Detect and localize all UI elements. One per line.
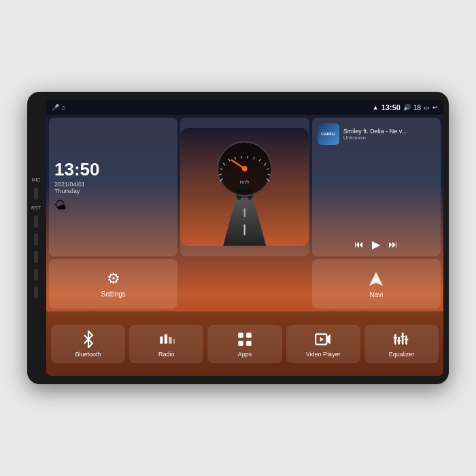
equalizer-label: Equalizer [389, 351, 415, 358]
svg-line-11 [220, 169, 223, 169]
speedometer-svg: km/h [180, 118, 309, 256]
svg-rect-34 [246, 341, 252, 346]
svg-rect-32 [246, 333, 252, 338]
clock-day: Thursday [54, 188, 172, 194]
prev-button[interactable]: ⏮ [354, 239, 364, 250]
main-screen: 🎤 ⌂ ▲ 13:50 🔊 18 ▭ ↩ 13:50 2021/04/01 [46, 100, 443, 376]
main-grid: 13:50 2021/04/01 Thursday 🌤 [46, 115, 443, 311]
wifi-icon: ▲ [373, 104, 379, 111]
screen: 🎤 ⌂ ▲ 13:50 🔊 18 ▭ ↩ 13:50 2021/04/01 [46, 100, 443, 376]
app-bar: Bluetooth Radio [46, 311, 443, 376]
apps-app[interactable]: Apps [207, 325, 282, 363]
svg-line-14 [235, 157, 236, 160]
svg-point-7 [248, 196, 252, 200]
navi-label: Navi [369, 291, 383, 299]
back-icon[interactable]: ↩ [432, 104, 438, 111]
bluetooth-label: Bluetooth [75, 351, 101, 358]
navi-button[interactable]: Navi [312, 259, 441, 309]
radio-icon [158, 330, 175, 348]
svg-point-24 [242, 166, 248, 171]
car-unit: MIC RST 🎤 ⌂ ▲ 13:50 🔊 18 ▭ ↩ [27, 92, 449, 384]
music-widget: CARFU Smiley ft. Delia - Ne v... Unknown… [312, 118, 441, 256]
side-button-5[interactable] [34, 269, 38, 281]
rst-label: RST [31, 205, 41, 210]
svg-marker-26 [369, 272, 383, 286]
side-buttons: MIC RST [31, 177, 41, 299]
settings-button[interactable]: ⚙ Settings [49, 259, 177, 309]
clock-time: 13:50 [54, 160, 172, 178]
music-controls: ⏮ ▶ ⏭ [318, 238, 435, 251]
svg-rect-31 [238, 333, 243, 338]
apps-icon [236, 330, 254, 348]
mic-label: MIC [32, 177, 41, 182]
svg-line-20 [267, 169, 269, 169]
bluetooth-app[interactable]: Bluetooth [51, 325, 125, 363]
side-button-6[interactable] [34, 286, 38, 299]
equalizer-app[interactable]: Equalizer [364, 325, 439, 363]
svg-rect-30 [173, 338, 175, 343]
home-icon: ⌂ [62, 104, 65, 111]
logo-text: CARFU [321, 132, 335, 136]
music-app-logo: CARFU [318, 123, 339, 145]
volume-icon: 🔊 [403, 104, 411, 111]
svg-rect-29 [169, 337, 171, 343]
video-icon [314, 330, 332, 348]
next-button[interactable]: ⏭ [388, 239, 398, 250]
music-artist: Unknown [343, 135, 435, 141]
weather-icon: 🌤 [54, 199, 172, 213]
music-info: CARFU Smiley ft. Delia - Ne v... Unknown [318, 123, 435, 145]
bluetooth-icon [80, 330, 97, 348]
apps-label: Apps [238, 351, 252, 358]
svg-rect-28 [165, 334, 167, 343]
music-title: Smiley ft. Delia - Ne v... [343, 128, 435, 135]
equalizer-icon [392, 330, 410, 348]
svg-rect-27 [160, 336, 163, 343]
svg-point-6 [237, 196, 241, 200]
clock-date: 2021/04/01 [54, 181, 172, 188]
signal-icon: ▭ [424, 104, 430, 111]
settings-label: Settings [101, 290, 126, 298]
play-button[interactable]: ▶ [372, 238, 380, 251]
status-left: 🎤 ⌂ [52, 104, 65, 111]
video-player-label: Video Player [306, 351, 341, 358]
radio-label: Radio [158, 351, 175, 358]
center-spacer [180, 259, 309, 309]
status-right: ▲ 13:50 🔊 18 ▭ ↩ [373, 103, 438, 112]
status-bar: 🎤 ⌂ ▲ 13:50 🔊 18 ▭ ↩ [46, 100, 443, 115]
clock-widget: 13:50 2021/04/01 Thursday 🌤 [49, 118, 177, 256]
side-button-4[interactable] [34, 251, 38, 263]
speedometer-widget: km/h [180, 118, 309, 256]
svg-rect-33 [238, 341, 243, 346]
mic-icon: 🎤 [52, 104, 59, 111]
radio-app[interactable]: Radio [129, 325, 203, 363]
svg-text:km/h: km/h [240, 180, 250, 184]
side-button-1[interactable] [34, 188, 38, 200]
volume-level: 18 [413, 104, 421, 112]
svg-marker-37 [320, 337, 324, 341]
svg-line-17 [254, 157, 254, 160]
settings-icon: ⚙ [107, 270, 120, 288]
side-button-3[interactable] [34, 233, 38, 245]
music-text: Smiley ft. Delia - Ne v... Unknown [343, 128, 435, 141]
status-time: 13:50 [381, 103, 401, 112]
navi-icon [367, 269, 386, 288]
side-button-2[interactable] [34, 216, 38, 228]
video-player-app[interactable]: Video Player [286, 325, 360, 363]
